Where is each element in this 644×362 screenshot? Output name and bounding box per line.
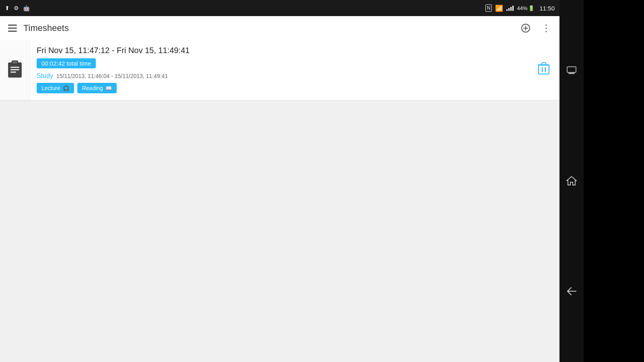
app-bar: Timesheets ⋮	[0, 16, 559, 40]
svg-rect-18	[567, 67, 576, 72]
svg-rect-9	[10, 69, 19, 70]
status-time: 11:50	[539, 5, 555, 12]
status-bar-left-icons: ⬆ ⚙ 🤖	[5, 5, 30, 11]
android-nav-sidebar	[559, 0, 584, 362]
nav-back-button[interactable]	[562, 283, 581, 300]
status-bar-right-icons: N 📶 44% 🔋 11:50	[485, 4, 555, 12]
book-icon: 📖	[105, 85, 112, 91]
reading-tag-label: Reading	[82, 85, 103, 91]
nav-windows-button[interactable]	[563, 62, 580, 78]
android-icon: 🤖	[23, 5, 30, 11]
svg-rect-7	[12, 61, 18, 64]
usb-icon: ⚙	[14, 5, 19, 11]
svg-rect-5	[523, 28, 528, 29]
svg-rect-13	[539, 65, 549, 74]
menu-button[interactable]	[6, 23, 19, 33]
clipboard-icon	[7, 60, 23, 81]
overflow-menu-button[interactable]: ⋮	[540, 21, 553, 35]
lecture-tag-label: Lecture	[41, 85, 60, 91]
upload-icon: ⬆	[5, 5, 10, 11]
svg-rect-15	[545, 67, 546, 72]
card-content: Fri Nov 15, 11:47:12 - Fri Nov 15, 11:49…	[30, 40, 531, 100]
svg-rect-1	[8, 28, 17, 29]
delete-button[interactable]	[535, 59, 553, 81]
nav-home-button[interactable]	[562, 171, 581, 190]
lecture-tag[interactable]: Lecture 🎧	[37, 83, 74, 93]
card-delete-area	[531, 40, 559, 100]
tags-row: Lecture 🎧 Reading 📖	[37, 83, 525, 93]
svg-rect-10	[10, 72, 16, 73]
svg-rect-0	[8, 25, 17, 26]
svg-rect-19	[568, 73, 575, 74]
app-title: Timesheets	[23, 23, 69, 33]
total-time-badge[interactable]: 00:02:42 total time	[37, 58, 96, 68]
signal-icon	[506, 5, 514, 11]
activity-date-range: 15/11/2013, 11:46:04 - 15/11/2013, 11:49…	[56, 73, 168, 79]
svg-rect-17	[542, 63, 546, 65]
main-content: Fri Nov 15, 11:47:12 - Fri Nov 15, 11:49…	[0, 40, 559, 362]
nfc-icon: N	[485, 4, 492, 12]
card-icon-area	[0, 40, 30, 100]
add-button[interactable]	[520, 22, 532, 34]
status-bar: ⬆ ⚙ 🤖 N 📶 44% 🔋 11:50	[0, 0, 559, 16]
battery-indicator: 44% 🔋	[517, 5, 535, 11]
wifi-icon: 📶	[495, 4, 503, 12]
svg-rect-2	[8, 31, 17, 32]
headphones-icon: 🎧	[63, 85, 69, 91]
card-date-range: Fri Nov 15, 11:47:12 - Fri Nov 15, 11:49…	[37, 46, 525, 55]
battery-percentage: 44%	[517, 5, 527, 11]
battery-icon: 🔋	[528, 5, 535, 11]
reading-tag[interactable]: Reading 📖	[77, 83, 117, 93]
timesheet-card: Fri Nov 15, 11:47:12 - Fri Nov 15, 11:49…	[0, 40, 559, 101]
svg-rect-8	[10, 67, 19, 68]
svg-rect-14	[542, 67, 543, 72]
activity-label: Study	[37, 72, 53, 80]
study-line: Study 15/11/2013, 11:46:04 - 15/11/2013,…	[37, 72, 525, 80]
